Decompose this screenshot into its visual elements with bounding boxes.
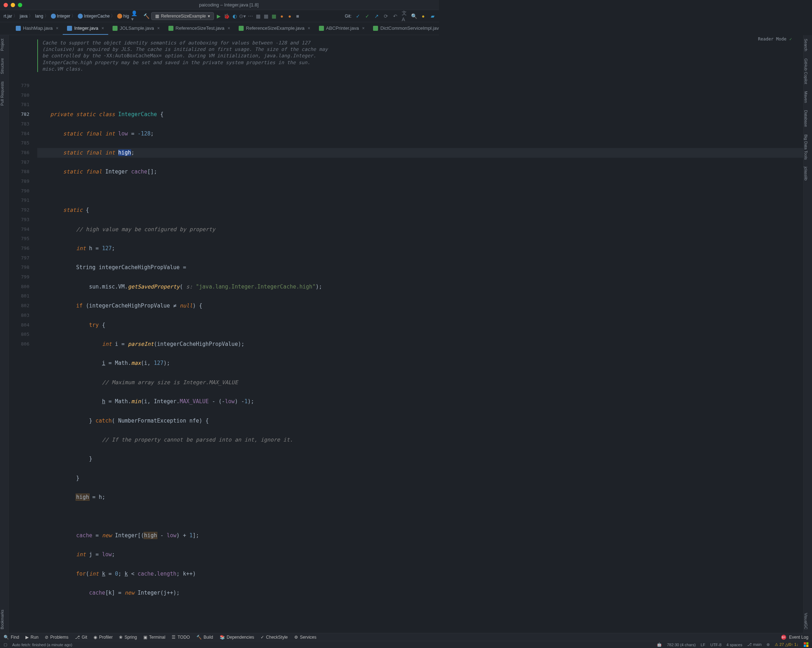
close-icon[interactable]: × bbox=[157, 26, 160, 31]
tw-structure[interactable]: Structure bbox=[0, 55, 4, 78]
java-icon bbox=[113, 26, 118, 31]
run-icon[interactable]: ▶ bbox=[216, 13, 222, 19]
java-icon bbox=[373, 26, 378, 31]
breadcrumb-item[interactable]: java〉 bbox=[20, 13, 33, 19]
class-icon bbox=[51, 14, 56, 18]
history-icon[interactable]: ⟳ bbox=[383, 13, 389, 19]
build-icon[interactable]: 🔨 bbox=[143, 13, 149, 19]
java-icon bbox=[67, 26, 72, 31]
code-area[interactable]: private static class IntegerCache { stat… bbox=[37, 35, 439, 351]
breadcrumb-item[interactable]: rt.jar〉 bbox=[4, 13, 18, 19]
coverage-icon[interactable]: ◐ bbox=[232, 13, 238, 19]
tab-abcprinter[interactable]: ABCPrinter.java× bbox=[314, 22, 369, 35]
minimize-icon[interactable] bbox=[11, 3, 15, 7]
user-icon[interactable]: 👤▾ bbox=[131, 13, 137, 19]
close-icon[interactable]: × bbox=[227, 26, 230, 31]
stop-icon[interactable]: ■ bbox=[295, 13, 301, 19]
traffic-lights bbox=[4, 3, 22, 7]
tab-dictcommon[interactable]: DictCommonServiceImpl.java× bbox=[369, 22, 439, 35]
tool-icon[interactable]: ▦ bbox=[255, 13, 261, 19]
tool-icon[interactable]: ● bbox=[279, 13, 285, 19]
attach-icon[interactable]: ⋯ bbox=[247, 13, 253, 19]
class-icon bbox=[78, 14, 83, 18]
revert-icon[interactable]: ↶ bbox=[392, 13, 398, 19]
breadcrumb-item[interactable]: lang〉 bbox=[35, 13, 49, 19]
java-icon bbox=[239, 26, 244, 31]
breadcrumb-item[interactable]: IntegerCache〉 bbox=[78, 13, 115, 19]
ide-icon[interactable]: ▰ bbox=[430, 13, 435, 19]
close-icon[interactable] bbox=[4, 3, 8, 7]
selection: high bbox=[118, 150, 131, 156]
java-icon bbox=[168, 26, 174, 31]
tool-icon[interactable]: ● bbox=[287, 13, 293, 19]
breadcrumb-item[interactable]: hig bbox=[117, 14, 129, 18]
breadcrumb-item[interactable]: Integer〉 bbox=[51, 13, 76, 19]
git-label: Git: bbox=[345, 14, 351, 18]
ide-icon[interactable]: ● bbox=[420, 13, 426, 19]
run-config-dropdown[interactable]: ▦ReferenceSizeExample▾ bbox=[151, 12, 214, 20]
tab-integer[interactable]: Integer.java× bbox=[63, 22, 108, 35]
commit-icon[interactable]: ✓ bbox=[355, 13, 361, 19]
run-config-icon: ▦ bbox=[155, 14, 159, 18]
maximize-icon[interactable] bbox=[18, 3, 22, 7]
chevron-down-icon: ▾ bbox=[208, 14, 210, 18]
field-icon bbox=[117, 14, 122, 18]
editor[interactable]: Reader Mode✓ Cache to support the object… bbox=[9, 35, 439, 351]
tab-jolsample[interactable]: JOLSample.java× bbox=[108, 22, 164, 35]
gutter: 7797807817827837847857867877887897907917… bbox=[9, 35, 37, 351]
tw-project[interactable]: Project bbox=[0, 35, 4, 55]
close-icon[interactable]: × bbox=[362, 26, 365, 31]
close-icon[interactable]: × bbox=[308, 26, 310, 31]
debug-icon[interactable]: 🐞 bbox=[224, 13, 230, 19]
tool-icon[interactable]: ▦ bbox=[271, 13, 277, 19]
editor-tabs: HashMap.java× Integer.java× JOLSample.ja… bbox=[0, 22, 439, 35]
tab-refsizetest[interactable]: ReferenceSizeTest.java× bbox=[164, 22, 235, 35]
close-icon[interactable]: × bbox=[101, 26, 104, 31]
java-icon bbox=[319, 26, 324, 31]
window-title: paicoding – Integer.java [1.8] bbox=[22, 2, 435, 8]
tool-icon[interactable]: ▦ bbox=[263, 13, 269, 19]
close-icon[interactable]: × bbox=[56, 26, 58, 31]
tab-hashmap[interactable]: HashMap.java× bbox=[11, 22, 63, 35]
tw-pullrequests[interactable]: Pull Requests bbox=[0, 78, 4, 109]
window-titlebar: paicoding – Integer.java [1.8] bbox=[0, 0, 439, 10]
push-icon[interactable]: ✓ bbox=[365, 13, 370, 19]
search-icon[interactable]: 🔍 bbox=[411, 13, 417, 19]
left-toolwindow-rail: Project Structure Pull Requests Bookmark… bbox=[0, 35, 9, 351]
tab-refsizeex[interactable]: ReferenceSizeExample.java× bbox=[234, 22, 314, 35]
translate-icon[interactable]: 文A bbox=[402, 13, 408, 19]
main-toolbar: rt.jar〉 java〉 lang〉 Integer〉 IntegerCach… bbox=[0, 10, 439, 22]
update-icon[interactable]: ↗ bbox=[374, 13, 380, 19]
profile-icon[interactable]: ⊙▾ bbox=[240, 13, 246, 19]
java-icon bbox=[16, 26, 21, 31]
